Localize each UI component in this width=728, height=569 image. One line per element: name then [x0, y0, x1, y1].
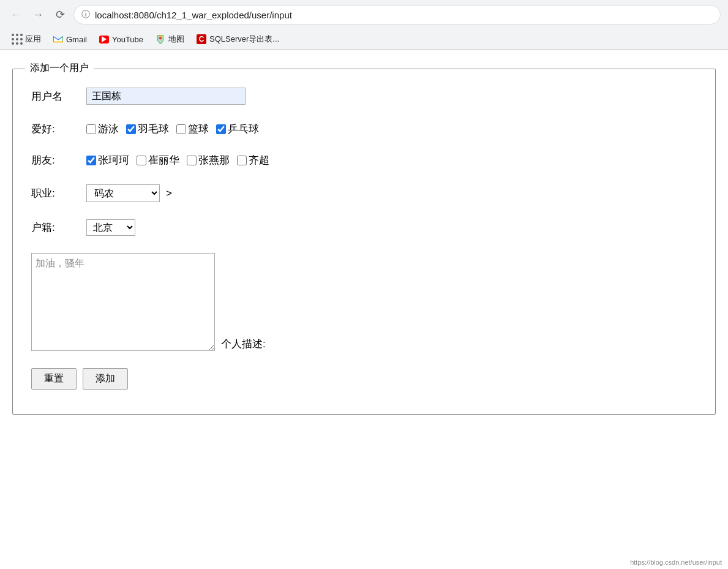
- back-button[interactable]: ←: [7, 6, 24, 23]
- apps-icon: [12, 34, 22, 44]
- friend-zhangkeke-checkbox[interactable]: [86, 156, 96, 165]
- username-label: 用户名: [31, 89, 80, 104]
- hometown-label: 户籍:: [31, 220, 80, 235]
- maps-icon: [156, 34, 165, 44]
- sqlserver-icon: C: [197, 34, 206, 44]
- hobbies-row: 爱好: 游泳 羽毛球 篮球 乒乓球: [31, 122, 691, 136]
- friend-zhangyana-checkbox[interactable]: [187, 156, 197, 165]
- hobby-swim[interactable]: 游泳: [86, 122, 119, 136]
- url-text: localhost:8080/ch12_1_war_exploded/user/…: [95, 10, 713, 20]
- profession-indicator: >: [166, 187, 172, 200]
- hobby-tabletennis[interactable]: 乒乓球: [216, 122, 259, 136]
- username-input[interactable]: [86, 88, 246, 105]
- browser-chrome: ← → ⟳ ⓘ localhost:8080/ch12_1_war_explod…: [0, 0, 728, 50]
- address-bar[interactable]: ⓘ localhost:8080/ch12_1_war_exploded/use…: [73, 5, 721, 24]
- bookmark-youtube-label: YouTube: [112, 35, 143, 44]
- friend-zhangkeke[interactable]: 张珂珂: [86, 153, 129, 167]
- friend-cuilihua-label: 崔丽华: [148, 153, 179, 167]
- hobby-swim-label: 游泳: [98, 122, 119, 136]
- button-row: 重置 添加: [31, 368, 691, 390]
- bookmark-gmail-label: Gmail: [66, 35, 87, 44]
- page-content: 添加一个用户 用户名 爱好: 游泳 羽毛球 篮球: [0, 50, 728, 427]
- youtube-icon: [99, 34, 109, 44]
- bookmark-youtube[interactable]: YouTube: [94, 32, 148, 46]
- bookmarks-bar: 应用 Gmail YouTube: [0, 29, 728, 50]
- form-container: 添加一个用户 用户名 爱好: 游泳 羽毛球 篮球: [12, 69, 716, 415]
- profession-label: 职业:: [31, 186, 80, 200]
- friends-row: 朋友: 张珂珂 崔丽华 张燕那 齐超: [31, 153, 691, 167]
- username-row: 用户名: [31, 88, 691, 105]
- bottom-link: https://blog.csdn.net/user/input: [630, 559, 722, 566]
- hobby-tabletennis-label: 乒乓球: [228, 122, 259, 136]
- bookmark-apps[interactable]: 应用: [7, 32, 46, 47]
- hobby-basketball[interactable]: 篮球: [176, 122, 209, 136]
- hometown-row: 户籍: 北京 上海 广州 深圳: [31, 219, 691, 236]
- friends-label: 朋友:: [31, 153, 80, 167]
- hobby-basketball-label: 篮球: [188, 122, 209, 136]
- description-row: 加油，骚年 个人描述:: [31, 253, 691, 351]
- description-textarea[interactable]: 加油，骚年: [31, 253, 215, 351]
- friend-zhangyana[interactable]: 张燕那: [187, 153, 230, 167]
- profession-select-container: 码农 教师 医生 工程师 >: [86, 184, 172, 202]
- add-button[interactable]: 添加: [83, 368, 128, 390]
- profession-row: 职业: 码农 教师 医生 工程师 >: [31, 184, 691, 202]
- hobby-tabletennis-checkbox[interactable]: [216, 124, 226, 134]
- reset-button[interactable]: 重置: [31, 368, 77, 390]
- gmail-icon: [53, 34, 63, 44]
- description-label: 个人描述:: [221, 337, 270, 351]
- bookmark-sqlserver[interactable]: C SQLServer导出表...: [192, 32, 284, 47]
- bookmark-apps-label: 应用: [25, 34, 41, 45]
- hobbies-label: 爱好:: [31, 122, 80, 136]
- hobby-badminton-checkbox[interactable]: [126, 124, 136, 134]
- form-legend: 添加一个用户: [25, 62, 94, 75]
- friend-cuilihua[interactable]: 崔丽华: [137, 153, 179, 167]
- hobbies-group: 游泳 羽毛球 篮球 乒乓球: [86, 122, 263, 136]
- hometown-select[interactable]: 北京 上海 广州 深圳: [86, 219, 135, 236]
- friend-cuilihua-checkbox[interactable]: [137, 156, 146, 165]
- bookmark-maps-label: 地图: [168, 34, 184, 45]
- reload-button[interactable]: ⟳: [51, 6, 69, 23]
- bookmark-sqlserver-label: SQLServer导出表...: [209, 34, 279, 45]
- hobby-basketball-checkbox[interactable]: [176, 124, 186, 134]
- bookmark-maps[interactable]: 地图: [151, 32, 189, 47]
- hobby-swim-checkbox[interactable]: [86, 124, 96, 134]
- friend-qichao[interactable]: 齐超: [237, 153, 269, 167]
- friends-group: 张珂珂 崔丽华 张燕那 齐超: [86, 153, 273, 167]
- bookmark-gmail[interactable]: Gmail: [48, 32, 92, 46]
- hobby-badminton-label: 羽毛球: [138, 122, 169, 136]
- forward-button[interactable]: →: [29, 6, 47, 23]
- profession-select[interactable]: 码农 教师 医生 工程师: [86, 184, 160, 202]
- browser-toolbar: ← → ⟳ ⓘ localhost:8080/ch12_1_war_explod…: [0, 0, 728, 29]
- friend-qichao-label: 齐超: [249, 153, 269, 167]
- friend-qichao-checkbox[interactable]: [237, 156, 247, 165]
- friend-zhangkeke-label: 张珂珂: [98, 153, 129, 167]
- hobby-badminton[interactable]: 羽毛球: [126, 122, 169, 136]
- svg-point-0: [159, 37, 162, 39]
- info-icon: ⓘ: [81, 9, 90, 20]
- friend-zhangyana-label: 张燕那: [198, 153, 230, 167]
